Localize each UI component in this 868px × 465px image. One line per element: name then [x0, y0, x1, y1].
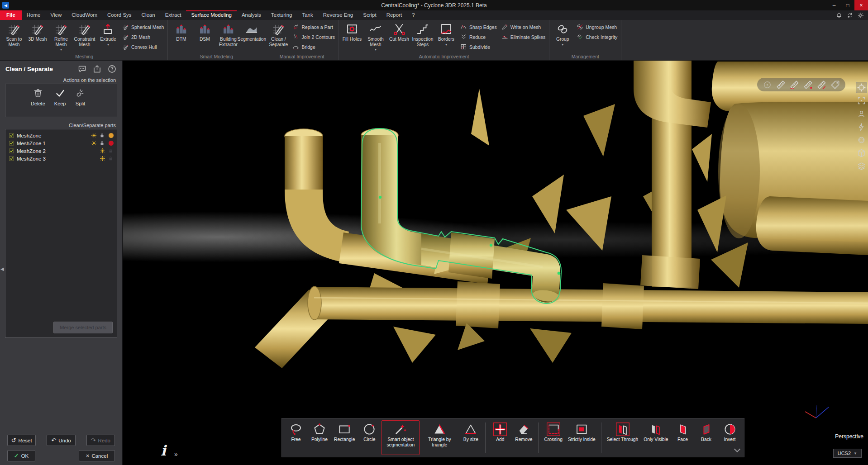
info-expand-button[interactable]: »	[174, 451, 178, 458]
ribbon-scan-to-mesh-button[interactable]: Scan to Mesh	[2, 21, 26, 53]
select-triangle-by-triangle-button[interactable]: Triangle by triangle	[420, 420, 458, 455]
comment-icon[interactable]	[77, 64, 87, 74]
split-button[interactable]: Split	[75, 88, 86, 117]
measure-annotate-icon[interactable]	[816, 80, 827, 90]
ribbon-eliminate-spikes-button[interactable]: Eliminate Spikes	[501, 33, 546, 40]
select-crossing-button[interactable]: Crossing	[542, 420, 565, 455]
ok-button[interactable]: ✓OK	[7, 450, 35, 461]
measure-point-icon[interactable]	[803, 80, 813, 90]
tab-reverse-eng[interactable]: Reverse Eng	[318, 10, 358, 20]
ribbon-dtm-button[interactable]: DTM	[169, 21, 193, 53]
ribbon-inspection-steps-button[interactable]: Inspection Steps	[411, 21, 434, 53]
ribbon-convex-hull-button[interactable]: Convex Hull	[122, 43, 164, 50]
ribbon-constraint-mesh-button[interactable]: Constraint Mesh	[73, 21, 96, 53]
tab-report[interactable]: Report	[382, 10, 407, 20]
tab-file[interactable]: File	[0, 10, 22, 20]
tab-view[interactable]: View	[46, 10, 67, 20]
color-swatch[interactable]	[109, 133, 114, 138]
ribbon-dsm-button[interactable]: DSM	[193, 21, 216, 53]
tab-cloudworx[interactable]: CloudWorx	[67, 10, 102, 20]
mesh-zone-row-meshzone-1[interactable]: MeshZone 1	[5, 139, 117, 147]
visibility-sun-icon[interactable]	[91, 133, 97, 138]
lock-icon[interactable]	[108, 156, 114, 161]
ribbon-refine-mesh-button[interactable]: Refine Mesh▾	[49, 21, 73, 53]
tab-home[interactable]: Home	[22, 10, 46, 20]
mesh-zone-row-meshzone-3[interactable]: MeshZone 3	[5, 155, 117, 162]
help-icon[interactable]	[107, 64, 117, 74]
reset-button[interactable]: ↺Reset	[7, 435, 36, 446]
select-circle-button[interactable]: Circle	[358, 420, 381, 455]
delete-button[interactable]: Delete	[31, 88, 45, 117]
bell-icon[interactable]	[835, 12, 843, 19]
measure-distance-icon[interactable]	[776, 80, 786, 90]
tab-coord-sys[interactable]: Coord Sys	[102, 10, 137, 20]
visibility-sun-icon[interactable]	[100, 148, 105, 154]
ribbon-cut-mesh-button[interactable]: Cut Mesh	[387, 21, 411, 53]
measure-surface-icon[interactable]	[789, 80, 800, 90]
checkbox-icon[interactable]	[9, 133, 14, 138]
ribbon-segmentation-button[interactable]: Segmentation	[240, 21, 263, 53]
tab-script[interactable]: Script	[358, 10, 381, 20]
ribbon-bridge-button[interactable]: Bridge	[292, 43, 335, 50]
mesh-zone-row-meshzone-2[interactable]: MeshZone 2	[5, 147, 117, 155]
ribbon-replace-a-part-button[interactable]: Replace a Part	[292, 24, 335, 30]
select-polyline-button[interactable]: Polyline	[308, 420, 331, 455]
close-button[interactable]: ×	[854, 0, 868, 10]
tab-tank[interactable]: Tank	[297, 10, 318, 20]
ribbon-write-on-mesh-button[interactable]: Write on Mesh	[501, 24, 546, 30]
section-box-icon[interactable]	[856, 148, 867, 158]
ribbon-3d-mesh-button[interactable]: 3D Mesh	[26, 21, 49, 53]
merge-selected-parts-button[interactable]: Merge selected parts	[53, 322, 113, 333]
ribbon-check-integrity-button[interactable]: Check Integrity	[577, 33, 617, 40]
ribbon-ungroup-mesh-button[interactable]: Ungroup Mesh	[577, 24, 617, 30]
ribbon-spherical-mesh-button[interactable]: Spherical Mesh	[122, 24, 164, 30]
projection-mode-label[interactable]: Perspective	[835, 433, 863, 440]
ribbon-building-extractor-button[interactable]: Building Extractor	[216, 21, 240, 53]
select-by-size-button[interactable]: By size	[459, 420, 482, 455]
ucs-selector[interactable]: UCS2 ▼	[833, 449, 862, 458]
ribbon-smooth-mesh-button[interactable]: Smooth Mesh▾	[364, 21, 387, 53]
lighting-icon[interactable]	[856, 122, 867, 132]
visibility-sun-icon[interactable]	[100, 156, 105, 161]
color-swatch[interactable]	[109, 141, 114, 146]
tab-extract[interactable]: Extract	[160, 10, 186, 20]
probe-icon[interactable]	[762, 80, 773, 90]
cancel-button[interactable]: ×Cancel	[79, 450, 115, 461]
gear-icon[interactable]	[857, 12, 864, 19]
minimize-button[interactable]: –	[827, 0, 841, 10]
mesh-zone-row-meshzone[interactable]: MeshZone	[5, 132, 117, 139]
ribbon-reduce-button[interactable]: Reduce	[460, 33, 497, 40]
ribbon-group-button[interactable]: Group▾	[551, 21, 574, 53]
lock-icon[interactable]	[99, 133, 105, 138]
layers-icon[interactable]	[856, 161, 867, 171]
keep-button[interactable]: Keep	[54, 88, 66, 117]
sync-icon[interactable]	[846, 12, 854, 19]
center-view-icon[interactable]	[856, 95, 867, 106]
tab-texturing[interactable]: Texturing	[266, 10, 297, 20]
select-add-button[interactable]: Add	[489, 420, 511, 455]
select-free-button[interactable]: Free	[285, 420, 307, 455]
select-rectangle-button[interactable]: Rectangle	[332, 420, 357, 455]
undo-button[interactable]: ↶Undo	[47, 435, 75, 446]
checkbox-icon[interactable]	[9, 140, 14, 146]
select-back-button[interactable]: Back	[695, 420, 718, 455]
ribbon-2d-mesh-button[interactable]: 2D Mesh	[122, 33, 164, 40]
select-remove-button[interactable]: Remove	[512, 420, 535, 455]
select-face-button[interactable]: Face	[672, 420, 694, 455]
checkbox-icon[interactable]	[9, 156, 14, 161]
ribbon-sharp-edges-button[interactable]: Sharp Edges	[460, 24, 497, 30]
tab-item[interactable]: ?	[407, 10, 420, 20]
ribbon-subdivide-button[interactable]: Subdivide	[460, 43, 497, 50]
select-strictly-inside-button[interactable]: Strictly inside	[566, 420, 598, 455]
export-icon[interactable]	[92, 64, 102, 74]
ribbon-borders-button[interactable]: Borders▾	[434, 21, 458, 53]
lock-icon[interactable]	[108, 148, 114, 154]
label-icon[interactable]	[830, 80, 840, 90]
material-icon[interactable]	[856, 135, 867, 145]
viewport-3d-scene[interactable]	[123, 61, 868, 465]
tab-analysis[interactable]: Analysis	[237, 10, 266, 20]
ribbon-join-2-contours-button[interactable]: Join 2 Contours	[292, 33, 335, 40]
panel-collapse-handle[interactable]: ◀	[0, 266, 4, 271]
app-icon[interactable]: ◀	[2, 2, 9, 9]
info-button[interactable]: i	[161, 444, 166, 458]
